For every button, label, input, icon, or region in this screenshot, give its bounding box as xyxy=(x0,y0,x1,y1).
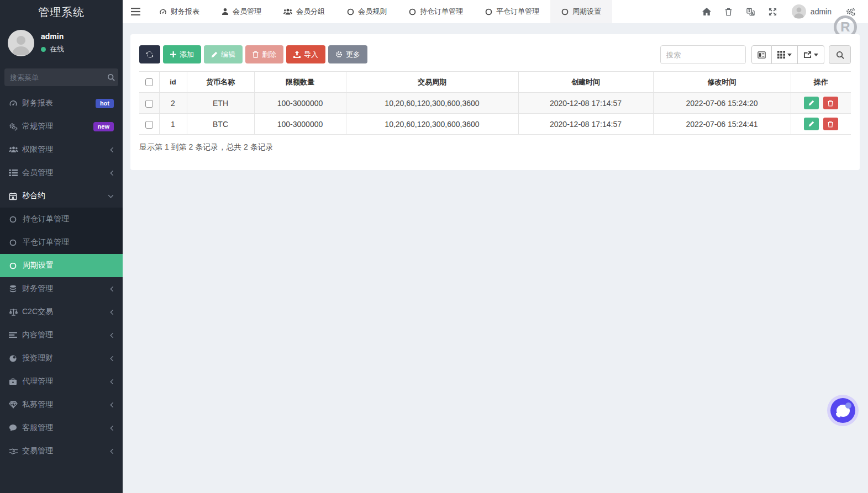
plus-icon xyxy=(170,51,176,57)
sidebar-item-trade-management[interactable]: 交易管理 xyxy=(0,439,123,463)
search-button[interactable] xyxy=(829,45,851,64)
export-icon xyxy=(803,51,812,59)
export-button[interactable] xyxy=(798,45,824,64)
home-button[interactable] xyxy=(696,0,718,23)
tab-member-rules[interactable]: 会员规则 xyxy=(336,0,398,23)
column-header-id: id xyxy=(159,72,187,93)
list-icon xyxy=(9,169,22,177)
comment-icon xyxy=(9,424,22,432)
new-badge: new xyxy=(93,122,114,131)
search-icon xyxy=(107,73,115,81)
sidebar-item-agent-management[interactable]: 代理管理 xyxy=(0,370,123,393)
column-header-periods: 交易周期 xyxy=(346,72,518,93)
chevron-left-icon xyxy=(110,425,114,431)
sidebar-search[interactable] xyxy=(4,68,118,86)
row-delete-button[interactable] xyxy=(823,118,838,130)
sidebar-item-label: 持仓订单管理 xyxy=(23,214,69,224)
tab-open-orders[interactable]: 持仓订单管理 xyxy=(398,0,474,23)
sidebar-item-closed-orders[interactable]: 平仓订单管理 xyxy=(0,231,123,254)
cell-created: 2020-12-08 17:14:57 xyxy=(518,93,653,114)
sidebar-item-c2c-trade[interactable]: C2C交易 xyxy=(0,300,123,324)
circle-icon xyxy=(347,8,354,15)
cell-limit: 100-3000000 xyxy=(254,114,346,135)
person-icon xyxy=(792,4,806,19)
sidebar-item-label: 投资理财 xyxy=(22,353,110,363)
main-content: 添加 编辑 删除 导入 更多 xyxy=(123,23,868,493)
database-icon xyxy=(9,285,22,293)
row-edit-button[interactable] xyxy=(804,118,819,130)
edit-button[interactable]: 编辑 xyxy=(204,45,243,63)
row-delete-button[interactable] xyxy=(823,97,838,109)
tab-closed-orders[interactable]: 平仓订单管理 xyxy=(474,0,550,23)
sidebar-item-investment[interactable]: 投资理财 xyxy=(0,347,123,370)
sidebar-toggle-button[interactable] xyxy=(123,0,148,23)
fullscreen-button[interactable] xyxy=(762,0,784,23)
cell-currency: ETH xyxy=(187,93,254,114)
cell-modified: 2022-07-06 15:24:41 xyxy=(653,114,791,135)
sidebar-item-member-management[interactable]: 会员管理 xyxy=(0,161,123,184)
refresh-button[interactable] xyxy=(139,45,160,63)
online-dot xyxy=(41,47,46,52)
table-search-input[interactable] xyxy=(660,45,746,64)
sidebar-item-finance-management[interactable]: 财务管理 xyxy=(0,277,123,300)
tab-label: 平仓订单管理 xyxy=(496,7,539,17)
pencil-icon xyxy=(808,100,814,106)
sidebar-item-period-settings[interactable]: 周期设置 xyxy=(0,254,123,277)
add-button[interactable]: 添加 xyxy=(163,45,201,63)
cell-actions xyxy=(791,93,851,114)
sidebar: 管理系统 admin 在线 xyxy=(0,0,123,493)
chevron-left-icon xyxy=(110,356,114,362)
columns-button[interactable] xyxy=(772,45,798,64)
select-all-cell xyxy=(139,72,159,93)
user-menu[interactable]: admin xyxy=(784,4,839,19)
sidebar-item-private-placement[interactable]: 私募管理 xyxy=(0,393,123,416)
select-all-checkbox[interactable] xyxy=(145,78,153,86)
row-edit-button[interactable] xyxy=(804,97,819,109)
home-icon xyxy=(702,8,711,15)
sidebar-item-label: 客服管理 xyxy=(22,423,110,433)
language-button[interactable] xyxy=(740,0,762,23)
align-list-icon xyxy=(9,332,22,339)
avatar xyxy=(8,30,34,56)
cell-actions xyxy=(791,114,851,135)
chevron-left-icon xyxy=(110,379,114,385)
briefcase-icon xyxy=(9,378,22,385)
cell-periods: 10,20,60,120,300,600,3600 xyxy=(346,114,518,135)
sidebar-item-label: C2C交易 xyxy=(22,307,110,317)
table-card: 添加 编辑 删除 导入 更多 xyxy=(130,34,860,170)
sidebar-item-open-orders[interactable]: 持仓订单管理 xyxy=(0,208,123,231)
cell-modified: 2022-07-06 15:24:20 xyxy=(653,93,791,114)
more-button[interactable]: 更多 xyxy=(328,45,367,63)
row-checkbox[interactable] xyxy=(145,100,153,108)
sidebar-item-label: 秒合约 xyxy=(22,191,108,201)
tab-member-groups[interactable]: 会员分组 xyxy=(272,0,336,23)
grid-columns-icon xyxy=(777,51,785,59)
sidebar-item-finance-report[interactable]: 财务报表 hot xyxy=(0,92,123,115)
row-checkbox[interactable] xyxy=(145,121,153,129)
sidebar-item-second-contract[interactable]: 秒合约 xyxy=(0,184,123,208)
sidebar-search-input[interactable] xyxy=(10,73,107,82)
tab-label: 财务报表 xyxy=(171,7,199,17)
sidebar-item-general-management[interactable]: 常规管理 new xyxy=(0,115,123,138)
upload-icon xyxy=(293,51,301,58)
import-button[interactable]: 导入 xyxy=(286,45,325,63)
cell-limit: 100-3000000 xyxy=(254,93,346,114)
chat-widget-button[interactable] xyxy=(827,395,859,426)
refresh-icon xyxy=(146,51,154,59)
sidebar-item-permission-management[interactable]: 权限管理 xyxy=(0,138,123,161)
tab-period-settings[interactable]: 周期设置 xyxy=(550,0,612,23)
tab-member-management[interactable]: 会员管理 xyxy=(211,0,272,23)
user-panel: admin 在线 xyxy=(0,24,123,60)
trash-icon xyxy=(828,121,833,128)
sidebar-item-customer-service[interactable]: 客服管理 xyxy=(0,416,123,439)
tab-finance-report[interactable]: 财务报表 xyxy=(148,0,211,23)
handshake-icon xyxy=(9,448,22,455)
delete-button[interactable]: 删除 xyxy=(245,45,283,63)
circle-icon xyxy=(9,216,23,223)
app-title: 管理系统 xyxy=(0,0,123,24)
clear-cache-button[interactable] xyxy=(718,0,740,23)
user-status: 在线 xyxy=(41,44,64,54)
sidebar-item-label: 财务报表 xyxy=(22,98,96,108)
sidebar-item-content-management[interactable]: 内容管理 xyxy=(0,324,123,347)
detail-view-button[interactable] xyxy=(751,45,772,64)
